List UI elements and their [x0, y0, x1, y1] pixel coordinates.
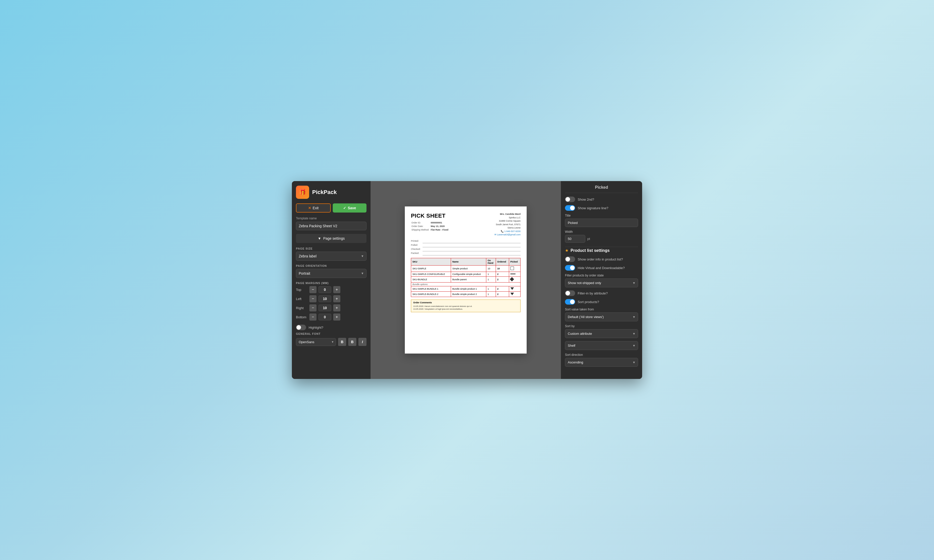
font-select[interactable]: OpenSans Arial Times New Roman — [296, 338, 336, 346]
center-area: PICK SHEET Order ID: 000000001 Order Dat… — [371, 181, 561, 379]
app-title: PickPack — [312, 189, 337, 195]
right-increment-button[interactable]: + — [333, 305, 341, 311]
order-comment-2: 13.05.2020: Voluptatem ut fugit ipsa est… — [413, 308, 518, 311]
sort-value-select[interactable]: Default ('All store views') Store view 1 — [565, 312, 638, 322]
pulled-label: Pulled: — [411, 244, 421, 247]
order-comments: Order Comments 13.05.2020: Harum exercit… — [411, 300, 521, 312]
product-list-header: ★ Product list settings — [565, 247, 638, 253]
sort-by-select[interactable]: Custom attribute Name SKU Price — [565, 329, 638, 338]
show-2nd-label: Show 2nd? — [578, 198, 594, 202]
sort-direction-label: Sort direction — [565, 353, 638, 357]
sort-products-row: Sort products? — [565, 299, 638, 305]
left-value-input[interactable] — [319, 295, 331, 302]
bundle-options-label: Bundle options: — [411, 282, 521, 286]
highlight-toggle[interactable] — [296, 325, 306, 330]
italic-button[interactable]: I — [358, 338, 367, 346]
show-signature-toggle[interactable] — [565, 205, 575, 211]
top-value-input[interactable] — [319, 286, 331, 293]
bottom-value-input[interactable] — [319, 314, 331, 320]
show-2nd-toggle[interactable] — [565, 197, 575, 202]
picked-cell — [509, 272, 520, 277]
col-onhand: OnHand — [486, 258, 496, 265]
col-picked: Picked — [509, 258, 520, 265]
picked-cell — [509, 286, 520, 291]
page-settings-toggle[interactable]: ▼ Page settings — [296, 234, 367, 243]
sidebar: 🎁 PickPack ✕ Exit ✓ Save Template name ▼… — [292, 181, 371, 379]
top-increment-button[interactable]: + — [333, 286, 341, 293]
page-size-select[interactable]: Zebra label A4 Letter — [296, 252, 367, 261]
pulled-line — [422, 244, 521, 247]
font-row: OpenSans Arial Times New Roman ▼ B B I — [292, 337, 371, 347]
triangle-icon — [510, 293, 514, 295]
name-cell: Simple product — [451, 265, 486, 272]
highlight-toggle-row: Highlight? — [292, 323, 371, 332]
document-preview: PICK SHEET Order ID: 000000001 Order Dat… — [405, 206, 527, 354]
action-buttons: ✕ Exit ✓ Save — [292, 203, 371, 217]
checked-line — [422, 248, 521, 251]
customer-name: Mrs. Candida Ward — [495, 212, 521, 216]
address1: 31889 Corine Square — [495, 219, 521, 223]
save-icon: ✓ — [343, 206, 346, 210]
col-sku: SKU — [411, 258, 451, 265]
sort-by-sub-select[interactable]: Shelf Color Size — [565, 341, 638, 350]
page-orientation-label: PAGE ORIENTATION — [292, 264, 371, 269]
order-id-label: Order ID: — [412, 221, 430, 224]
margin-grid: Top − + Left − + Right − + Bottom − — [292, 286, 371, 323]
sort-value-wrapper: Default ('All store views') Store view 1… — [565, 312, 638, 322]
sort-products-toggle[interactable] — [565, 299, 575, 305]
page-size-label: PAGE SIZE — [292, 247, 371, 252]
col-ordered: Ordered — [496, 258, 509, 265]
bold-alt-button[interactable]: B — [348, 338, 356, 346]
hide-virtual-toggle[interactable] — [565, 265, 575, 271]
bottom-decrement-button[interactable]: − — [310, 314, 316, 321]
filter-state-wrapper: Show not-shipped only Show all Show ship… — [565, 278, 638, 287]
bottom-increment-button[interactable]: + — [333, 314, 341, 321]
template-name-input[interactable] — [296, 222, 367, 230]
printed-lines: Printed: Pulled: Checked: Packed: — [411, 240, 521, 255]
save-button[interactable]: ✓ Save — [333, 203, 367, 212]
bold-button[interactable]: B — [338, 338, 346, 346]
left-increment-button[interactable]: + — [333, 295, 341, 302]
doc-info-right: Mrs. Candida Ward Spinka LLC 31889 Corin… — [495, 212, 521, 237]
margin-right-row: Right − + — [296, 305, 367, 311]
sort-direction-select[interactable]: Ascending Descending — [565, 358, 638, 367]
doc-meta-table: Order ID: 000000001 Order Date: May 13, … — [411, 221, 450, 232]
show-order-info-toggle[interactable] — [565, 256, 575, 262]
app-container: 🎁 PickPack ✕ Exit ✓ Save Template name ▼… — [292, 181, 642, 379]
order-date-label: Order Date: — [412, 225, 430, 228]
width-unit: pt — [587, 237, 590, 241]
show-order-info-label: Show order info in product list? — [578, 257, 623, 261]
font-select-wrapper: OpenSans Arial Times New Roman ▼ — [296, 338, 336, 346]
filter-in-toggle[interactable] — [565, 291, 575, 296]
page-settings-label: Page settings — [323, 236, 345, 240]
top-decrement-button[interactable]: − — [310, 286, 316, 293]
filter-state-label: Filter products by order state — [565, 274, 638, 277]
page-orientation-select[interactable]: Portrait Landscape — [296, 269, 367, 278]
margin-left-row: Left − + — [296, 295, 367, 302]
width-input[interactable] — [565, 235, 585, 243]
product-list-title: Product list settings — [570, 248, 610, 253]
hide-virtual-label: Hide Virtual and Downloadable? — [578, 266, 625, 270]
printed-line — [422, 240, 521, 243]
ordered-cell: 2 — [496, 272, 509, 277]
ordered-cell: 2 — [496, 291, 509, 297]
triangle-icon — [510, 287, 514, 290]
app-logo: 🎁 — [296, 186, 309, 199]
sku-cell: SKU-SIMPLE — [411, 265, 451, 272]
width-field-label: Width — [565, 230, 638, 234]
name-cell: Configurable simple product — [451, 272, 486, 277]
right-value-input[interactable] — [319, 305, 331, 311]
sort-by-label: Sort by — [565, 325, 638, 328]
exit-button[interactable]: ✕ Exit — [296, 203, 331, 212]
right-decrement-button[interactable]: − — [310, 305, 316, 311]
sku-cell: SKU-SIMPLE-CONFIGURABLE — [411, 272, 451, 277]
title-field-input[interactable] — [565, 218, 638, 227]
product-table: SKU Name OnHand Ordered Picked SKU-SIMPL… — [411, 258, 521, 297]
left-decrement-button[interactable]: − — [310, 295, 316, 302]
sku-cell: SKU-SIMPLE-BUNDLE-1 — [411, 286, 451, 291]
filter-state-select[interactable]: Show not-shipped only Show all Show ship… — [565, 278, 638, 287]
right-panel: Picked Show 2nd? Show signature line? Ti… — [561, 181, 642, 379]
order-comment-1: 13.05.2020: Harum exercitationem non est… — [413, 305, 518, 308]
table-row: SKU-SIMPLE-BUNDLE-1 Bundle simple produc… — [411, 286, 521, 291]
onhand-cell: 1 — [486, 291, 496, 297]
